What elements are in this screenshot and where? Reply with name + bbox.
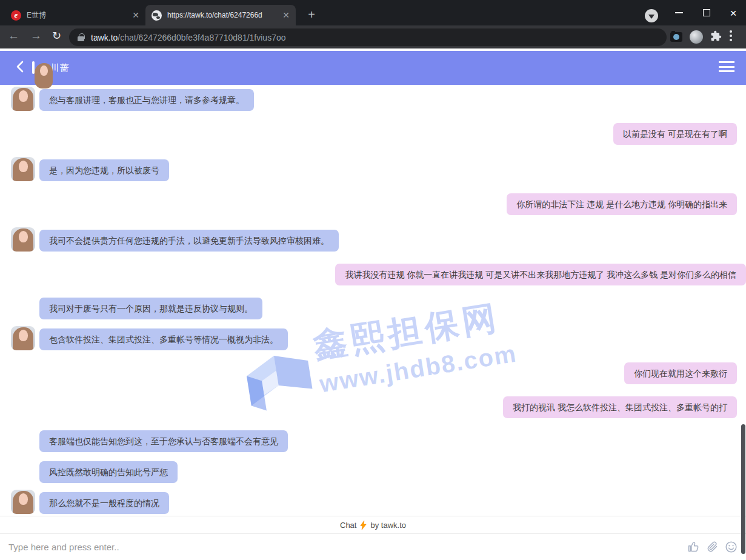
scrollbar-thumb[interactable]	[741, 424, 745, 554]
message-group: 我司对于废号只有一个原因，那就是违反协议与规则。包含软件投注、集团式投注、多重帐…	[0, 298, 746, 350]
chat-bubble: 我司不会提供贵方任何您违规的手法，以避免更新手法导致风控审核困难。	[39, 230, 339, 252]
tab-eshibo[interactable]: e E世博 ✕	[5, 5, 145, 25]
menu-hamburger-icon[interactable]	[719, 61, 734, 72]
screenshot-extension-icon[interactable]	[670, 32, 682, 42]
brand-pre: Chat	[340, 521, 356, 530]
message-group: 客服端也仅能告知您到这，至于您承认与否客服端不会有意见风控既然敢明确的告知此号严…	[0, 430, 746, 514]
tab-tawk-chat[interactable]: https://tawk.to/chat/6247266d ✕	[145, 5, 296, 25]
chat-bubble: 我讲我没有违规 你就一直在讲我违规 可是又讲不出来我那地方违规了 我冲这么多钱 …	[335, 264, 746, 285]
chat-bubble: 以前是没有 可是现在有了啊	[613, 123, 737, 145]
close-button[interactable]: ×	[720, 0, 746, 25]
tawk-branding[interactable]: Chat by tawk.to	[0, 516, 746, 533]
back-chevron-icon[interactable]	[16, 61, 24, 75]
header-avatar	[32, 62, 35, 73]
url-path: /chat/6247266d0bfe3f4a87710d81/1fvius7oo	[118, 33, 285, 42]
browser-window: e E世博 ✕ https://tawk.to/chat/6247266d ✕ …	[0, 0, 746, 560]
message-list: 您与客服讲理，客服也正与您讲理，请多参考规章。以前是没有 可是现在有了啊是，因为…	[0, 85, 746, 514]
back-button[interactable]: ←	[8, 29, 19, 42]
forward-button[interactable]: →	[30, 29, 42, 42]
media-controls-button[interactable]	[645, 9, 658, 22]
minimize-button[interactable]	[665, 0, 692, 25]
tab-close-icon[interactable]: ✕	[282, 11, 290, 19]
tab-label: https://tawk.to/chat/6247266d	[167, 11, 278, 19]
globe-icon	[152, 10, 162, 21]
message-group: 我司不会提供贵方任何您违规的手法，以避免更新手法导致风控审核困难。	[0, 227, 746, 252]
message-group: 你们现在就用这个来敷衍	[0, 362, 746, 384]
message-group: 我讲我没有违规 你就一直在讲我违规 可是又讲不出来我那地方违规了 我冲这么多钱 …	[0, 264, 746, 285]
chat-bubble: 你所谓的非法下注 违规 是什么地方违规 你明确的指出来	[507, 193, 737, 215]
agent-avatar	[11, 87, 35, 111]
browser-menu-icon[interactable]	[730, 30, 732, 43]
chat-input[interactable]	[0, 542, 687, 552]
reload-button[interactable]: ↻	[52, 29, 61, 42]
tab-label: E世博	[27, 10, 127, 21]
agent-avatar	[11, 157, 35, 181]
lightning-bolt-icon	[359, 521, 367, 530]
new-tab-button[interactable]: +	[303, 6, 320, 23]
message-group: 是，因为您违规，所以被废号	[0, 157, 746, 181]
profile-globe-icon[interactable]	[690, 30, 703, 44]
brand-post: by tawk.to	[370, 521, 406, 530]
message-group: 你所谓的非法下注 违规 是什么地方违规 你明确的指出来	[0, 193, 746, 215]
agent-avatar	[11, 490, 35, 514]
agent-avatar	[11, 326, 35, 350]
extensions-puzzle-icon[interactable]	[710, 30, 722, 44]
chat-bubble: 风控既然敢明确的告知此号严惩	[39, 461, 178, 483]
minimize-icon	[675, 12, 683, 13]
chat-bubble: 那么您就不是一般程度的情况	[39, 492, 169, 514]
e-logo-icon: e	[11, 10, 21, 21]
maximize-icon	[703, 9, 710, 16]
chat-input-row	[0, 533, 746, 560]
chat-bubble: 客服端也仅能告知您到这，至于您承认与否客服端不会有意见	[39, 430, 288, 452]
message-group: 您与客服讲理，客服也正与您讲理，请多参考规章。	[0, 87, 746, 111]
tab-strip: e E世博 ✕ https://tawk.to/chat/6247266d ✕ …	[0, 0, 746, 25]
chat-bubble: 是，因为您违规，所以被废号	[39, 159, 169, 181]
chat-bubble: 我司对于废号只有一个原因，那就是违反协议与规则。	[39, 298, 262, 319]
tab-close-icon[interactable]: ✕	[132, 11, 139, 19]
chat-bubble: 我打的视讯 我怎么软件投注、集团式投注、多重帐号的打	[503, 396, 737, 418]
triangle-down-icon	[648, 15, 654, 19]
close-icon: ×	[730, 7, 736, 19]
url-domain: tawk.to	[91, 33, 118, 42]
chat-page: 童川蔷 您与客服讲理，客服也正与您讲理，请多参考规章。以前是没有 可是现在有了啊…	[0, 48, 746, 560]
lock-icon[interactable]	[78, 33, 84, 42]
emoji-smiley-icon[interactable]	[725, 541, 738, 553]
chat-header: 童川蔷	[0, 51, 746, 85]
address-bar[interactable]: tawk.to/chat/6247266d0bfe3f4a87710d81/1f…	[69, 28, 667, 46]
chat-bubble: 您与客服讲理，客服也正与您讲理，请多参考规章。	[39, 89, 254, 111]
attachment-paperclip-icon[interactable]	[706, 541, 719, 553]
message-group: 我打的视讯 我怎么软件投注、集团式投注、多重帐号的打	[0, 396, 746, 418]
chat-bubble: 包含软件投注、集团式投注、多重帐号等情况一概视为非法。	[39, 328, 288, 350]
maximize-button[interactable]	[693, 0, 720, 25]
message-group: 以前是没有 可是现在有了啊	[0, 123, 746, 145]
agent-avatar	[11, 227, 35, 252]
chat-body: 您与客服讲理，客服也正与您讲理，请多参考规章。以前是没有 可是现在有了啊是，因为…	[0, 85, 746, 516]
chat-bubble: 你们现在就用这个来敷衍	[624, 362, 737, 384]
thumbs-up-icon[interactable]	[687, 541, 700, 553]
